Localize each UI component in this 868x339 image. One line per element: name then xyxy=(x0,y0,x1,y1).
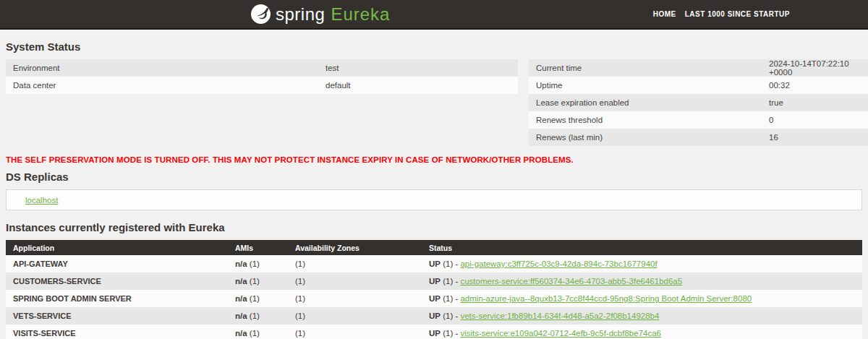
runtime-table: Current time 2024-10-14T07:22:10 +0000 U… xyxy=(529,59,868,146)
spring-logo-icon xyxy=(251,4,271,24)
amis-cell: n/a (1) xyxy=(235,312,295,320)
col-header-availability-zones: Availability Zones xyxy=(295,244,429,252)
zones-cell: (1) xyxy=(295,329,429,338)
instance-link[interactable]: vets-service:1fb89b14-634f-4d48-a5a2-2f0… xyxy=(460,312,659,320)
amis-cell: n/a (1) xyxy=(235,329,295,338)
environment-table: Environment test Data center default xyxy=(6,59,518,94)
application-cell: SPRING BOOT ADMIN SERVER xyxy=(6,294,235,303)
row-value: 0 xyxy=(769,116,868,124)
replica-link[interactable]: localhost xyxy=(25,196,58,205)
instance-link[interactable]: visits-service:e109a042-0712-4efb-9c5f-d… xyxy=(460,329,660,338)
table-row: VISITS-SERVICE n/a (1) (1) UP (1) - visi… xyxy=(6,325,862,339)
table-row: Data center default xyxy=(6,77,518,94)
row-label: Data center xyxy=(6,81,326,90)
status-cell: UP (1) - api-gateway:c3ff725c-03c9-42da-… xyxy=(429,259,862,268)
row-value: 2024-10-14T07:22:10 +0000 xyxy=(769,59,868,77)
nav-home-link[interactable]: HOME xyxy=(653,10,676,18)
row-label: Renews threshold xyxy=(529,116,769,124)
table-row: Current time 2024-10-14T07:22:10 +0000 xyxy=(529,59,868,77)
amis-cell: n/a (1) xyxy=(235,259,295,268)
instances-table: Application AMIs Availability Zones Stat… xyxy=(6,240,862,339)
table-row: API-GATEWAY n/a (1) (1) UP (1) - api-gat… xyxy=(6,255,862,273)
row-value: true xyxy=(769,98,868,107)
brand: spring Eureka xyxy=(251,0,390,28)
instance-link[interactable]: admin-azure-java--8quxb13-7cc8f44ccd-95n… xyxy=(460,294,752,303)
ds-replicas-panel: localhost xyxy=(6,189,862,210)
top-banner: spring Eureka HOME LAST 1000 SINCE START… xyxy=(0,0,868,30)
table-row: Renews (last min) 16 xyxy=(529,129,868,146)
system-status-title: System Status xyxy=(6,30,868,53)
ds-replicas-title: DS Replicas xyxy=(6,171,868,183)
zones-cell: (1) xyxy=(295,277,429,286)
table-row: VETS-SERVICE n/a (1) (1) UP (1) - vets-s… xyxy=(6,307,862,325)
row-label: Current time xyxy=(529,64,769,72)
instances-table-header: Application AMIs Availability Zones Stat… xyxy=(6,240,862,255)
col-header-status: Status xyxy=(429,244,862,252)
table-row: SPRING BOOT ADMIN SERVER n/a (1) (1) UP … xyxy=(6,290,862,307)
nav-last-1000-link[interactable]: LAST 1000 SINCE STARTUP xyxy=(685,10,790,18)
application-cell: CUSTOMERS-SERVICE xyxy=(6,277,235,286)
row-label: Uptime xyxy=(529,81,769,90)
table-row: CUSTOMERS-SERVICE n/a (1) (1) UP (1) - c… xyxy=(6,273,862,290)
self-preservation-warning: THE SELF PRESERVATION MODE IS TURNED OFF… xyxy=(6,155,868,164)
row-value: 16 xyxy=(769,133,868,142)
zones-cell: (1) xyxy=(295,312,429,320)
row-value: default xyxy=(326,81,518,90)
status-cell: UP (1) - vets-service:1fb89b14-634f-4d48… xyxy=(429,312,862,320)
instances-title: Instances currently registered with Eure… xyxy=(6,221,868,233)
col-header-application: Application xyxy=(6,244,235,252)
row-label: Environment xyxy=(6,64,326,72)
application-cell: API-GATEWAY xyxy=(6,259,235,268)
table-row: Renews threshold 0 xyxy=(529,111,868,129)
status-cell: UP (1) - customers-service:ff560374-34e6… xyxy=(429,277,862,286)
table-row: Lease expiration enabled true xyxy=(529,94,868,111)
top-nav: HOME LAST 1000 SINCE STARTUP xyxy=(653,0,790,28)
status-cell: UP (1) - admin-azure-java--8quxb13-7cc8f… xyxy=(429,294,862,303)
system-status-section: Environment test Data center default Cur… xyxy=(6,59,868,146)
row-label: Renews (last min) xyxy=(529,133,769,142)
instance-link[interactable]: customers-service:ff560374-34e6-4703-abb… xyxy=(460,277,682,286)
amis-cell: n/a (1) xyxy=(235,294,295,303)
status-cell: UP (1) - visits-service:e109a042-0712-4e… xyxy=(429,329,862,338)
row-value: 00:32 xyxy=(769,81,868,90)
brand-spring-text: spring xyxy=(276,4,325,25)
row-value: test xyxy=(326,64,518,72)
table-row: Uptime 00:32 xyxy=(529,77,868,94)
col-header-amis: AMIs xyxy=(235,244,295,252)
zones-cell: (1) xyxy=(295,259,429,268)
row-label: Lease expiration enabled xyxy=(529,98,769,107)
application-cell: VETS-SERVICE xyxy=(6,312,235,320)
application-cell: VISITS-SERVICE xyxy=(6,329,235,338)
brand-eureka-text: Eureka xyxy=(331,4,390,25)
table-row: Environment test xyxy=(6,59,518,77)
amis-cell: n/a (1) xyxy=(235,277,295,286)
instance-link[interactable]: api-gateway:c3ff725c-03c9-42da-894c-73bc… xyxy=(460,259,657,268)
zones-cell: (1) xyxy=(295,294,429,303)
